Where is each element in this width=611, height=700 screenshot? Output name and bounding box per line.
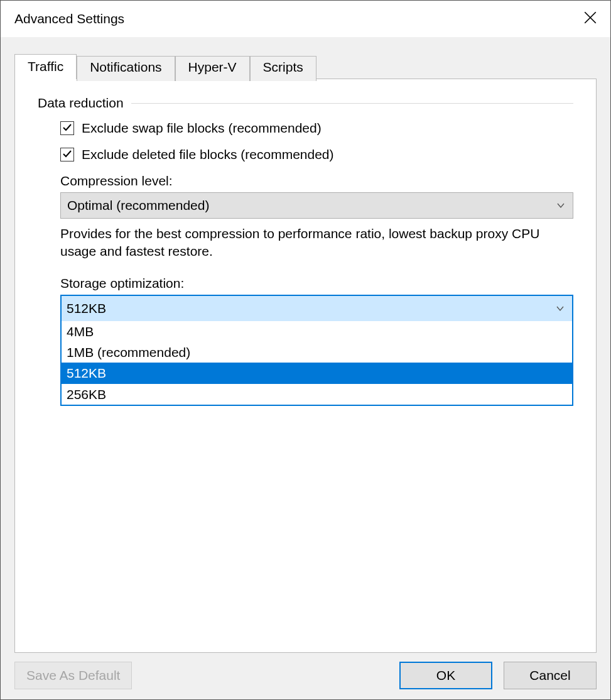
compression-help-text: Provides for the best compression to per… [60,225,573,261]
storage-option-256kb[interactable]: 256KB [62,384,572,405]
tab-notifications[interactable]: Notifications [77,56,175,81]
compression-dropdown[interactable]: Optimal (recommended) [60,192,573,219]
checkbox-exclude-swap[interactable] [60,121,74,135]
checkmark-icon [62,121,72,136]
tab-traffic[interactable]: Traffic [14,54,77,79]
save-as-default-button[interactable]: Save As Default [14,662,132,689]
compression-label: Compression level: [60,173,573,189]
chevron-down-icon [556,301,565,316]
tab-panel-traffic: Data reduction Exclude swap file blocks … [14,79,597,653]
dialog-window: Advanced Settings Traffic Notifications … [0,0,611,700]
group-body: Exclude swap file blocks (recommended) E… [38,121,573,406]
dropdown-value: Optimal (recommended) [67,198,209,213]
cancel-button[interactable]: Cancel [504,662,597,689]
button-label: Cancel [529,668,570,683]
storage-dropdown[interactable]: 512KB 4MB 1MB (recommended) 512KB 256KB [60,295,573,407]
checkbox-row-exclude-deleted: Exclude deleted file blocks (recommended… [60,147,573,162]
storage-label: Storage optimization: [60,276,573,291]
checkbox-label: Exclude swap file blocks (recommended) [82,121,322,136]
chevron-down-icon [556,198,565,213]
right-buttons: OK Cancel [399,662,597,689]
button-row: Save As Default OK Cancel [14,662,597,689]
storage-dropdown-selected[interactable]: 512KB [62,296,572,321]
dialog-body: Traffic Notifications Hyper-V Scripts Da… [1,37,610,699]
storage-option-1mb[interactable]: 1MB (recommended) [62,342,572,363]
window-title: Advanced Settings [14,11,124,26]
tab-label: Traffic [28,59,63,74]
checkbox-row-exclude-swap: Exclude swap file blocks (recommended) [60,121,573,136]
checkbox-label: Exclude deleted file blocks (recommended… [82,147,334,162]
tab-scripts[interactable]: Scripts [250,56,316,81]
tab-hyper-v[interactable]: Hyper-V [175,56,250,81]
close-icon [584,11,597,27]
checkmark-icon [62,147,72,162]
ok-button[interactable]: OK [399,662,492,689]
storage-option-4mb[interactable]: 4MB [62,321,572,342]
tab-label: Hyper-V [188,60,237,74]
tab-label: Notifications [90,60,161,74]
storage-option-512kb[interactable]: 512KB [62,363,572,383]
checkbox-exclude-deleted[interactable] [60,148,74,161]
dropdown-value: 512KB [67,301,106,316]
button-label: Save As Default [26,668,120,683]
group-header: Data reduction [38,96,573,111]
group-divider [131,103,573,104]
tabstrip: Traffic Notifications Hyper-V Scripts [14,53,597,79]
group-title: Data reduction [38,96,124,111]
close-button[interactable] [570,6,610,32]
titlebar: Advanced Settings [1,1,610,37]
group-data-reduction: Data reduction Exclude swap file blocks … [38,96,573,406]
button-label: OK [436,668,455,683]
storage-dropdown-list: 4MB 1MB (recommended) 512KB 256KB [62,321,572,405]
tab-label: Scripts [263,60,303,74]
